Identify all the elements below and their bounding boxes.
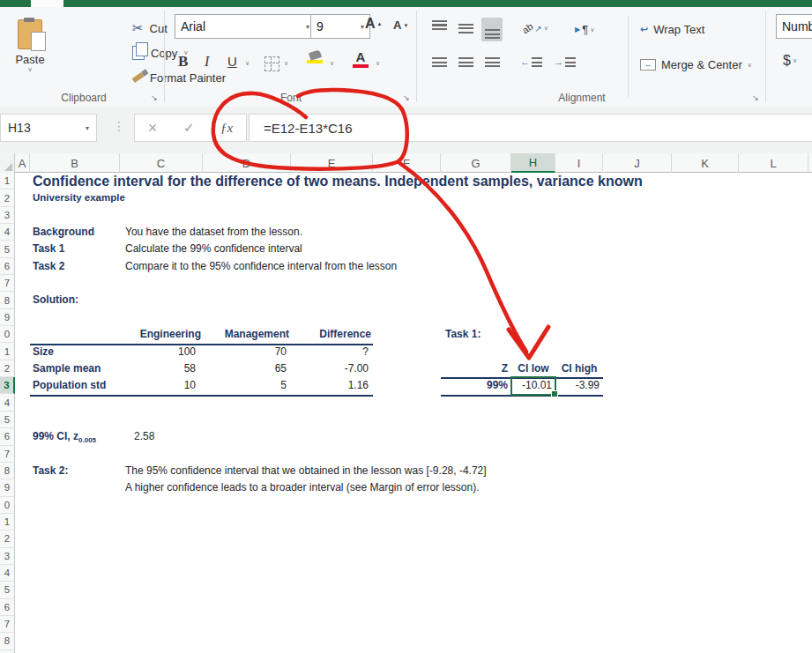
table-header-management[interactable]: Management [203,326,289,343]
row-header-1[interactable]: 1 [0,173,15,189]
accounting-format-button[interactable]: $ ∨ [783,53,797,69]
column-header-K[interactable]: K [672,153,739,173]
wrap-text-button[interactable]: ↩ Wrap Text [640,23,704,36]
row-header-17[interactable]: 7 [0,446,15,463]
font-color-button[interactable]: A [353,49,369,68]
ci-header-high[interactable]: CI high [555,360,603,377]
ci-line-label[interactable]: 99% CI, z0.005 [33,428,96,445]
cell-value[interactable]: 5 [203,377,287,394]
row-header-7[interactable]: 7 [0,275,15,292]
align-right-button[interactable] [481,51,503,72]
fill-handle[interactable] [551,390,558,397]
column-header-L[interactable]: L [739,153,808,173]
table-header-engineering[interactable]: Engineering [120,326,201,343]
borders-dropdown[interactable]: ∨ [284,60,288,67]
row-header-12[interactable]: 2 [0,360,15,377]
task2-label[interactable]: Task 2 [33,258,64,275]
font-color-dropdown[interactable]: ∨ [376,60,380,67]
ci-z-value[interactable]: 99% [441,377,508,394]
row-header-10[interactable]: 0 [0,326,15,343]
italic-button[interactable]: I [205,54,209,70]
column-header-B[interactable]: B [30,153,120,173]
column-header-I[interactable]: I [555,153,603,173]
column-header-H[interactable]: H [511,153,555,173]
background-text[interactable]: You have the dataset from the lesson. [125,224,302,241]
cell-value[interactable]: -7.00 [291,360,369,377]
row-header-11[interactable]: 1 [0,343,15,360]
fill-color-button[interactable] [307,51,323,63]
column-header-partial[interactable] [808,153,812,173]
active-cell-selection[interactable] [510,376,556,396]
row-header-5[interactable]: 5 [0,241,15,257]
row-header-20[interactable]: 0 [0,497,15,514]
column-header-G[interactable]: G [441,153,511,173]
confirm-icon[interactable]: ✓ [183,120,195,136]
row-header-29[interactable]: 9 [0,650,15,653]
row-header-22[interactable]: 2 [0,531,15,547]
row-header-3[interactable]: 3 [0,207,15,224]
row-header-18[interactable]: 8 [0,463,15,479]
increase-indent-button[interactable]: → [554,56,576,67]
cell-value[interactable]: 65 [203,360,287,377]
row-header-6[interactable]: 6 [0,258,15,275]
cell-value[interactable]: 100 [120,344,196,360]
text-direction-button[interactable]: ▶ ¶ ∨ [575,23,594,36]
row-header-16[interactable]: 6 [0,428,15,445]
task1-section-label[interactable]: Task 1: [445,326,480,343]
formula-input[interactable]: =E12-E13*C16 [249,114,812,142]
ci-header-z[interactable]: Z [441,360,508,377]
column-header-J[interactable]: J [603,153,672,173]
ci-high-value[interactable]: -3.99 [555,377,600,394]
paste-button[interactable]: Paste ∨ [7,18,53,90]
orientation-button[interactable]: ab ↗ ∨ [522,23,548,33]
clipboard-dialog-launcher-icon[interactable]: ↘ [148,92,160,104]
row-header-28[interactable]: 8 [0,633,15,649]
cell-value[interactable]: 70 [203,344,287,360]
number-format-combo[interactable]: Numb [776,14,812,39]
row-header-19[interactable]: 9 [0,479,15,496]
column-header-A[interactable]: A [15,153,30,173]
insert-function-icon[interactable]: ƒx [220,121,233,136]
fill-color-dropdown[interactable]: ∨ [330,60,334,67]
font-dialog-launcher-icon[interactable]: ↘ [400,92,413,104]
column-header-F[interactable]: F [373,153,441,173]
task2-section-label[interactable]: Task 2: [33,463,68,479]
select-all-corner[interactable] [0,153,15,173]
alignment-dialog-launcher-icon[interactable]: ↘ [749,92,762,104]
align-bottom-button[interactable] [481,18,503,41]
row-header-9[interactable]: 9 [0,309,15,326]
row-header-4[interactable]: 4 [0,224,15,241]
row-header-24[interactable]: 4 [0,565,15,582]
font-size-combo[interactable]: 9 ▾ [310,14,370,39]
align-middle-button[interactable] [455,18,476,39]
decrease-indent-button[interactable]: ← [520,56,542,67]
merge-center-button[interactable]: ↔ Merge & Center ∨ [640,58,752,71]
row-header-27[interactable]: 7 [0,616,15,633]
row-header-15[interactable]: 5 [0,412,15,428]
align-top-button[interactable] [428,18,450,41]
row-header-14[interactable]: 4 [0,394,15,411]
row-label[interactable]: Sample mean [33,360,101,377]
column-header-D[interactable]: D [203,153,291,173]
task1-text[interactable]: Calculate the 99% confidence interval [125,241,302,257]
underline-dropdown[interactable]: ∨ [245,60,250,67]
ci-header-low[interactable]: CI low [511,360,555,377]
row-label[interactable]: Population std [33,377,106,394]
row-label[interactable]: Size [33,344,54,360]
table-header-difference[interactable]: Difference [291,326,371,343]
task2-text[interactable]: Compare it to the 95% confidence interva… [125,258,397,275]
row-header-8[interactable]: 8 [0,292,15,308]
background-label[interactable]: Background [33,224,94,241]
decrease-font-size-button[interactable]: A▼ [393,19,408,32]
ci-line-value[interactable]: 2.58 [134,428,154,445]
solution-label[interactable]: Solution: [33,292,78,308]
row-header-13[interactable]: 3 [0,377,15,394]
row-header-26[interactable]: 6 [0,599,15,616]
task2-line2[interactable]: A higher confidence leads to a broader i… [125,479,480,496]
cell-value[interactable]: ? [291,344,369,360]
borders-button[interactable] [264,56,279,71]
sheet-title[interactable]: Confidence interval for the difference o… [33,173,643,190]
cancel-icon[interactable]: × [148,119,158,137]
row-header-2[interactable]: 2 [0,189,15,206]
task2-line1[interactable]: The 95% confidence interval that we obta… [125,463,487,479]
